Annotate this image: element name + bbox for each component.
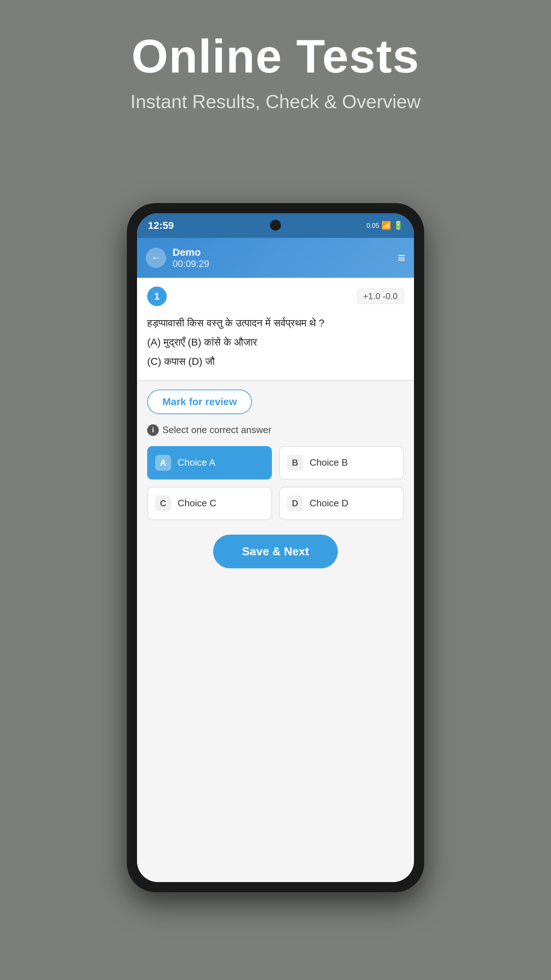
- phone-screen: 12:59 0.05 📶 🔋 ← Demo 00:09:29: [137, 213, 414, 882]
- question-line2: (A) मुद्राएँ (B) कांसे के औजार: [147, 332, 404, 352]
- status-time: 12:59: [148, 220, 174, 231]
- choice-b-letter: B: [287, 455, 303, 471]
- question-number-row: 1 +1.0 -0.0: [147, 286, 404, 306]
- instruction-text: Select one correct answer: [162, 424, 272, 436]
- signal-text: 0.05: [367, 222, 379, 229]
- choice-d-label: Choice D: [310, 498, 348, 509]
- choice-a-label: Choice A: [178, 457, 215, 468]
- page-title-section: Online Tests Instant Results, Check & Ov…: [0, 29, 551, 113]
- menu-button[interactable]: ≡: [398, 250, 405, 266]
- timer-display: 00:09:29: [173, 258, 209, 269]
- choice-c-label: Choice C: [178, 498, 216, 509]
- choice-c-button[interactable]: C Choice C: [147, 487, 272, 520]
- status-bar: 12:59 0.05 📶 🔋: [137, 213, 414, 238]
- answer-section: Mark for review i Select one correct ans…: [137, 381, 414, 882]
- question-text: हड़प्पावासी किस वस्तु के उत्पादन में सर्…: [147, 313, 404, 371]
- phone-content: 12:59 0.05 📶 🔋 ← Demo 00:09:29: [137, 213, 414, 882]
- choice-d-button[interactable]: D Choice D: [279, 487, 404, 520]
- page-title: Online Tests: [0, 29, 551, 83]
- marks-badge: +1.0 -0.0: [357, 289, 404, 304]
- save-next-button[interactable]: Save & Next: [213, 535, 338, 568]
- choice-b-label: Choice B: [310, 457, 348, 468]
- info-icon: i: [147, 424, 159, 436]
- app-header: ← Demo 00:09:29 ≡: [137, 238, 414, 278]
- status-icons: 0.05 📶 🔋: [367, 221, 403, 230]
- choice-b-button[interactable]: B Choice B: [279, 446, 404, 479]
- camera-notch: [270, 220, 281, 231]
- demo-label: Demo: [173, 247, 209, 258]
- back-button[interactable]: ←: [146, 248, 166, 268]
- header-title-block: Demo 00:09:29: [173, 247, 209, 269]
- phone-frame: 12:59 0.05 📶 🔋 ← Demo 00:09:29: [127, 203, 424, 892]
- choices-grid: A Choice A B Choice B C Choice C: [147, 446, 404, 520]
- question-line3: (C) कपास (D) जौ: [147, 352, 404, 371]
- battery-icon: 🔋: [393, 221, 403, 230]
- page-subtitle: Instant Results, Check & Overview: [0, 91, 551, 113]
- select-instruction: i Select one correct answer: [147, 424, 404, 436]
- choice-c-letter: C: [155, 495, 171, 511]
- question-number-badge: 1: [147, 286, 167, 306]
- choice-a-letter: A: [155, 455, 171, 471]
- header-left: ← Demo 00:09:29: [146, 247, 209, 269]
- choice-d-letter: D: [287, 495, 303, 511]
- network-icon: 📶: [381, 221, 391, 230]
- question-area: 1 +1.0 -0.0 हड़प्पावासी किस वस्तु के उत्…: [137, 278, 414, 381]
- phone-wrapper: 12:59 0.05 📶 🔋 ← Demo 00:09:29: [127, 203, 424, 892]
- choice-a-button[interactable]: A Choice A: [147, 446, 272, 479]
- question-line1: हड़प्पावासी किस वस्तु के उत्पादन में सर्…: [147, 313, 404, 332]
- mark-for-review-button[interactable]: Mark for review: [147, 390, 252, 414]
